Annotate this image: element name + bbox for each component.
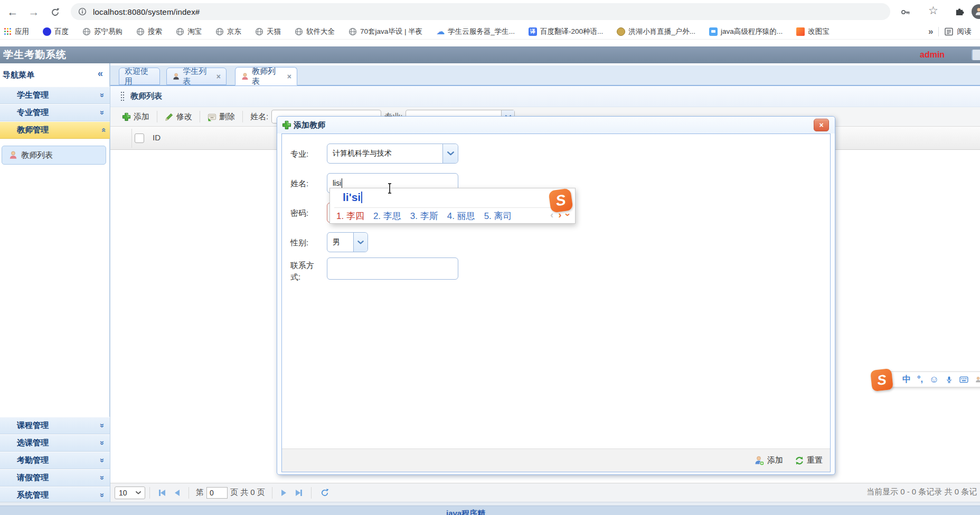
ime-candidate-5[interactable]: 5. 离司 xyxy=(484,210,512,222)
name-label: 姓名: xyxy=(290,178,320,189)
sidebar-group-attendance[interactable]: 考勤管理 » xyxy=(0,452,110,469)
bookmark-taobao[interactable]: 淘宝 xyxy=(176,27,202,36)
reading-list-label[interactable]: 阅读 xyxy=(957,27,971,36)
bookmark-java-programmer[interactable]: java高级程序猿的... xyxy=(709,27,783,36)
panel-title: 教师列表 xyxy=(130,91,162,101)
recycle-icon xyxy=(795,456,804,465)
bookmark-jd[interactable]: 京东 xyxy=(215,27,241,36)
bookmark-search[interactable]: 搜索 xyxy=(136,27,162,36)
refresh-button[interactable] xyxy=(321,489,329,497)
last-page-button[interactable] xyxy=(296,490,302,496)
browser-toolbar: ← → localhost:8080/system/index# ☆ xyxy=(0,0,980,24)
chevron-down-icon: » xyxy=(98,93,107,97)
person-plus-icon xyxy=(754,455,765,466)
dialog-add-button[interactable]: 添加 xyxy=(754,455,783,466)
bookmark-gaitubao[interactable]: 改图宝 xyxy=(796,27,830,36)
bookmark-cloud-server[interactable]: ☁学生云服务器_学生... xyxy=(436,26,515,36)
add-button[interactable]: 添加 xyxy=(119,110,153,123)
tab-student-list[interactable]: 学生列表 × xyxy=(166,68,227,85)
ime-candidate-1[interactable]: 1. 李四 xyxy=(336,210,364,222)
skin-person-icon[interactable]: 12 xyxy=(975,376,980,383)
ime-candidate-3[interactable]: 3. 李斯 xyxy=(410,210,438,222)
edit-button[interactable]: 修改 xyxy=(162,110,195,123)
forward-icon[interactable]: → xyxy=(25,4,42,21)
select-all-checkbox[interactable] xyxy=(135,133,144,143)
sidebar-group-major[interactable]: 专业管理 » xyxy=(0,104,110,121)
sidebar-item-teacher-list[interactable]: 教师列表 xyxy=(2,146,106,165)
major-label: 专业: xyxy=(290,148,320,160)
reading-list-icon[interactable] xyxy=(944,27,954,36)
ime-mode-chinese[interactable]: 中 xyxy=(902,374,911,385)
back-icon[interactable]: ← xyxy=(4,4,21,21)
chevron-down-icon[interactable] xyxy=(353,233,368,252)
prev-page-button[interactable] xyxy=(175,490,180,496)
bookmark-star-icon[interactable]: ☆ xyxy=(928,4,938,17)
bookmarks-overflow-chevron[interactable]: » xyxy=(928,26,933,37)
sidebar-title: 导航菜单 xyxy=(3,70,34,80)
close-icon[interactable]: × xyxy=(287,73,291,80)
cloud-icon: ☁ xyxy=(436,26,445,36)
page-size-select[interactable]: 10 xyxy=(115,487,145,499)
reload-icon[interactable] xyxy=(46,4,63,21)
chevron-down-icon: » xyxy=(98,458,107,462)
dialog-reset-button[interactable]: 重置 xyxy=(795,455,823,465)
keyboard-icon[interactable] xyxy=(959,376,968,383)
baidu-icon xyxy=(43,27,51,36)
sogou-toolbar: 中 °, ☺ 12 xyxy=(880,371,980,387)
chevron-down-icon[interactable] xyxy=(442,144,458,163)
address-bar[interactable]: localhost:8080/system/index# xyxy=(71,3,890,20)
major-combobox[interactable]: 计算机科学与技术 xyxy=(327,144,458,164)
pager-status: 当前显示 0 - 0 条记录 共 0 条记 xyxy=(866,487,977,497)
bookmark-java-projects[interactable]: 70套java毕设 | 半夜 xyxy=(348,27,422,36)
password-key-icon[interactable] xyxy=(900,7,911,17)
sogou-logo[interactable]: S xyxy=(870,368,893,392)
divider xyxy=(272,487,272,499)
bookmark-baidu-translate[interactable]: 译百度翻译-200种语... xyxy=(529,27,603,36)
sidebar-group-leave[interactable]: 请假管理 » xyxy=(0,469,110,487)
divider xyxy=(200,111,200,122)
sidebar-group-teacher[interactable]: 教师管理 » xyxy=(0,121,110,139)
chevron-down-icon: » xyxy=(98,110,107,115)
divider xyxy=(189,487,189,499)
bookmark-baidu[interactable]: 百度 xyxy=(43,27,69,36)
ime-expand-icon[interactable]: › xyxy=(562,213,574,216)
sidebar-group-student[interactable]: 学生管理 » xyxy=(0,87,110,104)
text-caret xyxy=(342,178,342,188)
ime-candidate-2[interactable]: 2. 李思 xyxy=(373,210,401,222)
sidebar-group-course-select[interactable]: 选课管理 » xyxy=(0,434,110,452)
bookmark-live-stream[interactable]: 洪湖小肖直播_户外... xyxy=(617,27,695,36)
gender-combobox[interactable]: 男 xyxy=(327,232,368,252)
duck-icon xyxy=(617,27,625,36)
dialog-close-button[interactable]: × xyxy=(814,119,829,131)
tab-teacher-list[interactable]: 教师列表 × xyxy=(235,67,297,85)
first-page-button[interactable] xyxy=(159,490,165,496)
bookmark-apps[interactable]: 应用 xyxy=(4,27,29,36)
extensions-puzzle-icon[interactable] xyxy=(955,6,965,16)
bookmark-tmall[interactable]: 天猫 xyxy=(255,27,281,36)
chevron-down-icon: » xyxy=(98,441,107,445)
id-column-header[interactable]: ID xyxy=(153,133,161,142)
bookmark-suning[interactable]: 苏宁易购 xyxy=(82,27,123,36)
dialog-header[interactable]: 添加教师 × xyxy=(277,117,835,133)
microphone-icon[interactable] xyxy=(945,376,953,384)
panel-header: 教师列表 xyxy=(110,85,980,107)
profile-avatar[interactable] xyxy=(972,4,980,19)
sidebar-collapse-icon[interactable]: « xyxy=(98,68,103,79)
ime-punctuation-icon[interactable]: °, xyxy=(917,375,923,384)
ime-candidate-4[interactable]: 4. 丽思 xyxy=(447,210,475,222)
student-person-icon xyxy=(172,72,180,81)
chevron-down-icon: » xyxy=(98,475,107,480)
delete-button[interactable]: 删除 xyxy=(204,110,238,123)
tab-welcome[interactable]: 欢迎使用 xyxy=(119,68,160,85)
site-info-icon[interactable] xyxy=(78,7,87,16)
url-text[interactable]: localhost:8080/system/index# xyxy=(93,7,200,16)
bookmark-software[interactable]: 软件大全 xyxy=(295,27,335,36)
app-title: 学生考勤系统 xyxy=(3,48,67,62)
page-number-input[interactable]: 0 xyxy=(206,487,228,499)
next-page-button[interactable] xyxy=(281,490,286,496)
page-label-suffix: 页 共 0 页 xyxy=(230,488,265,498)
emoji-smiley-icon[interactable]: ☺ xyxy=(929,374,939,385)
close-icon[interactable]: × xyxy=(216,73,221,80)
sidebar-group-course[interactable]: 课程管理 » xyxy=(0,417,110,434)
contact-input[interactable] xyxy=(327,258,458,280)
